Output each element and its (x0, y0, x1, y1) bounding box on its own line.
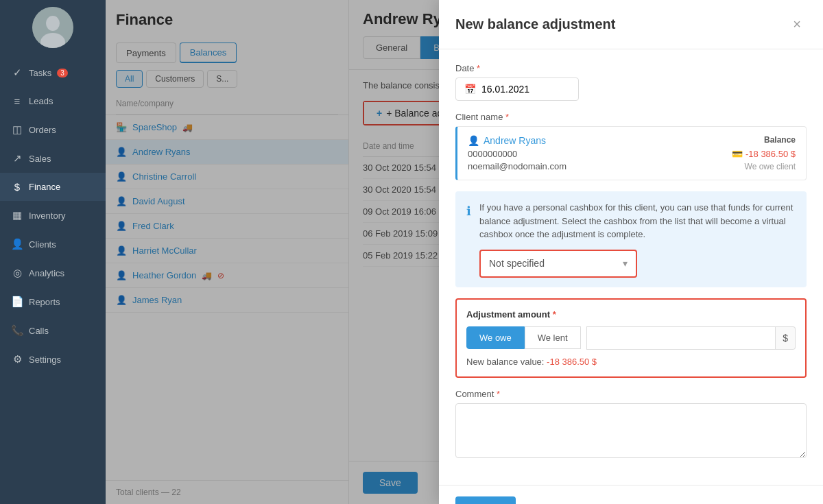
sidebar-item-label: Sales (29, 154, 51, 164)
close-button[interactable]: × (787, 14, 807, 35)
orders-icon: ◫ (11, 123, 23, 136)
calendar-icon: 📅 (464, 84, 476, 95)
person-icon: 👤 (468, 135, 479, 146)
comment-label: Comment * (455, 389, 807, 399)
date-form-group: Date * 📅 16.01.2021 (455, 63, 807, 101)
client-card: 👤 Andrew Ryans Balance 0000000000 💳 -18 … (455, 126, 807, 180)
sidebar-item-analytics[interactable]: ◎ Analytics (0, 259, 106, 287)
date-value: 16.01.2021 (481, 84, 529, 95)
modal-body: Date * 📅 16.01.2021 Client name * (439, 49, 823, 485)
comment-form-group: Comment * (455, 389, 807, 460)
client-email: noemail@nodomain.com (468, 161, 566, 171)
sidebar-item-label: Calls (29, 326, 49, 336)
modal: New balance adjustment × Date * 📅 16.01.… (439, 0, 823, 504)
leads-icon: ≡ (11, 95, 23, 107)
adjustment-amount-label: Adjustment amount * (466, 309, 796, 320)
svg-point-1 (46, 16, 60, 31)
cashbox-select-wrapper: Not specified ▾ (479, 250, 796, 278)
sidebar: ✓ Tasks 3 ≡ Leads ◫ Orders ↗ Sales $ Fin… (0, 0, 106, 504)
clients-icon: 👤 (11, 238, 23, 250)
sidebar-item-inventory[interactable]: ▦ Inventory (0, 201, 106, 230)
sidebar-item-leads[interactable]: ≡ Leads (0, 87, 106, 115)
client-balance-label: Balance (764, 135, 796, 145)
new-balance-text: New balance value: -18 386.50 $ (466, 357, 796, 367)
info-text: If you have a personal cashbox for this … (479, 201, 796, 278)
client-owe-label: We owe client (745, 162, 796, 171)
we-owe-button[interactable]: We owe (466, 326, 525, 349)
analytics-icon: ◎ (11, 267, 23, 279)
settings-icon: ⚙ (11, 353, 23, 365)
calls-icon: 📞 (11, 324, 23, 337)
sidebar-item-label: Orders (29, 125, 56, 135)
cashbox-placeholder: Not specified (489, 256, 545, 271)
sidebar-item-label: Analytics (29, 268, 64, 278)
sidebar-item-label: Settings (29, 355, 61, 365)
modal-footer: Save (439, 485, 823, 505)
currency-label: $ (776, 326, 796, 350)
sidebar-item-settings[interactable]: ⚙ Settings (0, 345, 106, 374)
inventory-icon: ▦ (11, 209, 23, 221)
modal-title: New balance adjustment (455, 16, 615, 32)
date-label: Date * (455, 63, 807, 73)
amount-input[interactable] (586, 326, 776, 350)
client-name-label: Client name * (455, 112, 807, 122)
date-input[interactable]: 📅 16.01.2021 (455, 77, 579, 101)
sales-icon: ↗ (11, 152, 23, 165)
new-balance-value: -18 386.50 $ (547, 357, 597, 367)
tasks-badge: 3 (57, 69, 68, 77)
info-icon: ℹ (466, 202, 471, 278)
sidebar-item-label: Clients (29, 239, 56, 250)
modal-header: New balance adjustment × (439, 0, 823, 49)
we-lent-button[interactable]: We lent (525, 326, 581, 349)
sidebar-item-label: Reports (29, 297, 60, 307)
sidebar-item-label: Leads (29, 96, 53, 106)
cashbox-select[interactable]: Not specified ▾ (479, 250, 637, 278)
sidebar-item-orders[interactable]: ◫ Orders (0, 115, 106, 144)
client-name-form-group: Client name * 👤 Andrew Ryans Balance 000… (455, 112, 807, 180)
modal-overlay: New balance adjustment × Date * 📅 16.01.… (106, 0, 823, 504)
sidebar-item-reports[interactable]: 📄 Reports (0, 287, 106, 316)
reports-icon: 📄 (11, 296, 23, 308)
client-name: 👤 Andrew Ryans (468, 135, 546, 146)
sidebar-item-tasks[interactable]: ✓ Tasks 3 (0, 58, 106, 87)
sidebar-item-label: Inventory (29, 211, 65, 221)
adjustment-amount-box: Adjustment amount * We owe We lent $ New… (455, 298, 807, 378)
chevron-down-icon: ▾ (623, 256, 628, 271)
sidebar-item-label: Finance (29, 182, 60, 192)
client-balance-value: 💳 -18 386.50 $ (732, 149, 796, 159)
tasks-icon: ✓ (11, 67, 23, 79)
info-box: ℹ If you have a personal cashbox for thi… (455, 191, 807, 287)
avatar (32, 7, 73, 48)
finance-icon: $ (11, 181, 23, 193)
balance-icon: 💳 (732, 149, 743, 159)
sidebar-item-sales[interactable]: ↗ Sales (0, 144, 106, 173)
modal-save-button[interactable]: Save (455, 496, 516, 505)
sidebar-item-calls[interactable]: 📞 Calls (0, 316, 106, 345)
adj-btns-row: We owe We lent $ (466, 326, 796, 350)
client-card-top: 👤 Andrew Ryans Balance (468, 135, 796, 146)
sidebar-item-finance[interactable]: $ Finance (0, 173, 106, 201)
main-wrapper: Finance Payments Balances All Customers … (106, 0, 823, 504)
sidebar-item-clients[interactable]: 👤 Clients (0, 230, 106, 259)
comment-textarea[interactable] (455, 403, 807, 458)
client-phone: 0000000000 (468, 149, 517, 159)
sidebar-item-label: Tasks (29, 68, 51, 78)
